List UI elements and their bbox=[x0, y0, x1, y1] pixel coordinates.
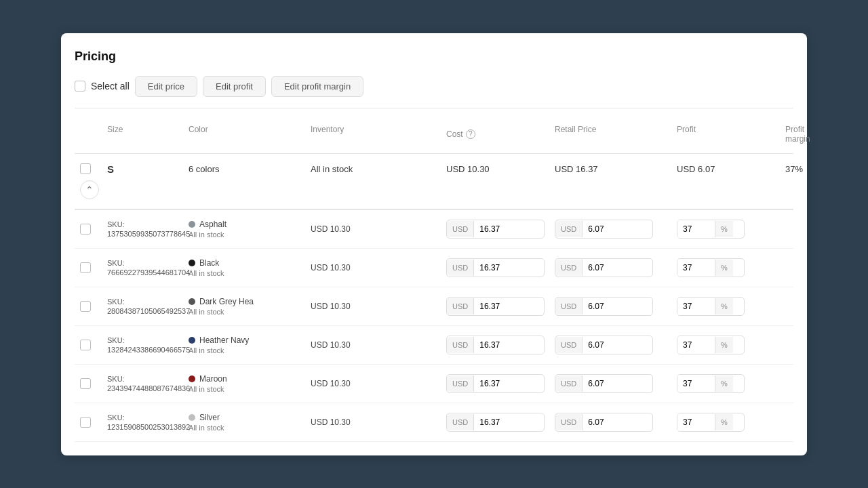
retail-price-input[interactable] bbox=[474, 413, 521, 431]
row-profit-cell: USD bbox=[549, 410, 671, 434]
row-checkbox-cell bbox=[75, 414, 102, 430]
row-margin-cell: % bbox=[671, 256, 780, 280]
summary-inventory: All in stock bbox=[305, 161, 441, 177]
toolbar: Select all Edit price Edit profit Edit p… bbox=[75, 76, 793, 108]
color-dot-icon bbox=[189, 298, 195, 305]
color-dot-icon bbox=[189, 414, 195, 421]
margin-input[interactable] bbox=[677, 259, 715, 277]
margin-group: % bbox=[677, 413, 745, 432]
summary-retail-price: USD 16.37 bbox=[549, 161, 671, 177]
percent-symbol: % bbox=[715, 414, 733, 430]
edit-price-button[interactable]: Edit price bbox=[135, 76, 197, 97]
select-all-checkbox[interactable] bbox=[75, 81, 85, 92]
percent-symbol: % bbox=[715, 337, 733, 353]
summary-checkbox-cell bbox=[75, 161, 102, 177]
row-profit-cell: USD bbox=[549, 294, 671, 319]
row-checkbox[interactable] bbox=[80, 301, 91, 312]
profit-group: USD bbox=[555, 297, 653, 316]
row-color: Heather Navy All in stock bbox=[183, 333, 305, 357]
summary-colors: 6 colors bbox=[183, 161, 305, 177]
retail-price-group: USD bbox=[446, 297, 545, 316]
col-profit-header: Profit bbox=[671, 122, 780, 146]
percent-symbol: % bbox=[715, 375, 733, 392]
profit-group: USD bbox=[555, 258, 653, 277]
summary-row: S 6 colors All in stock USD 10.30 USD 16… bbox=[75, 154, 793, 210]
row-margin-cell: % bbox=[671, 217, 780, 241]
row-actions bbox=[780, 226, 807, 232]
row-color: Black All in stock bbox=[183, 256, 305, 280]
row-margin-cell: % bbox=[671, 410, 780, 434]
row-sku: SKU: 13284243386690466575 bbox=[102, 333, 183, 357]
table-row: SKU: 28084387105065492537 Dark Grey Hea … bbox=[75, 287, 793, 326]
margin-input[interactable] bbox=[677, 336, 715, 354]
row-cost: USD 10.30 bbox=[305, 299, 441, 314]
table-header: Size Color Inventory Cost ? Retail Price… bbox=[75, 122, 793, 154]
table-row: SKU: 76669227939544681704 Black All in s… bbox=[75, 249, 793, 287]
retail-price-input[interactable] bbox=[474, 375, 521, 392]
summary-checkbox[interactable] bbox=[80, 163, 91, 174]
retail-price-input[interactable] bbox=[474, 336, 521, 354]
margin-input[interactable] bbox=[677, 220, 715, 238]
row-inventory: All in stock bbox=[189, 385, 300, 393]
row-checkbox-cell bbox=[75, 260, 102, 276]
color-name: Black bbox=[199, 258, 219, 268]
retail-price-input[interactable] bbox=[474, 298, 521, 315]
retail-currency: USD bbox=[447, 337, 474, 353]
margin-group: % bbox=[677, 374, 745, 393]
retail-price-input[interactable] bbox=[474, 220, 521, 238]
row-checkbox-cell bbox=[75, 337, 102, 353]
margin-input[interactable] bbox=[677, 413, 715, 431]
summary-size: S bbox=[102, 161, 183, 178]
row-checkbox[interactable] bbox=[80, 224, 91, 235]
retail-currency: USD bbox=[447, 298, 474, 314]
row-color: Maroon All in stock bbox=[183, 371, 305, 396]
retail-price-group: USD bbox=[446, 336, 545, 354]
profit-input[interactable] bbox=[583, 375, 630, 392]
collapse-button[interactable]: ⌃ bbox=[80, 180, 99, 199]
row-retail-price-cell: USD bbox=[441, 410, 549, 434]
row-margin-cell: % bbox=[671, 371, 780, 396]
row-checkbox[interactable] bbox=[80, 378, 91, 389]
row-inventory: All in stock bbox=[189, 346, 300, 354]
margin-group: % bbox=[677, 258, 745, 277]
col-checkbox-header bbox=[75, 122, 102, 146]
profit-input[interactable] bbox=[583, 413, 630, 431]
row-checkbox[interactable] bbox=[80, 417, 91, 428]
panel-title: Pricing bbox=[75, 49, 793, 64]
row-inventory: All in stock bbox=[189, 308, 300, 316]
retail-price-input[interactable] bbox=[474, 259, 521, 277]
profit-input[interactable] bbox=[583, 220, 630, 238]
row-checkbox[interactable] bbox=[80, 262, 91, 273]
edit-profit-margin-button[interactable]: Edit profit margin bbox=[271, 76, 363, 97]
color-name: Maroon bbox=[199, 374, 227, 384]
row-profit-cell: USD bbox=[549, 371, 671, 396]
retail-currency: USD bbox=[447, 375, 474, 392]
row-actions bbox=[780, 342, 807, 348]
edit-profit-button[interactable]: Edit profit bbox=[203, 76, 266, 97]
summary-profit: USD 6.07 bbox=[671, 161, 780, 177]
profit-group: USD bbox=[555, 374, 653, 393]
profit-input[interactable] bbox=[583, 259, 630, 277]
row-retail-price-cell: USD bbox=[441, 333, 549, 357]
profit-group: USD bbox=[555, 336, 653, 354]
profit-input[interactable] bbox=[583, 298, 630, 315]
margin-group: % bbox=[677, 220, 745, 239]
row-checkbox[interactable] bbox=[80, 340, 91, 350]
margin-input[interactable] bbox=[677, 375, 715, 392]
percent-symbol: % bbox=[715, 260, 733, 276]
row-color: Asphalt All in stock bbox=[183, 217, 305, 241]
color-dot-icon bbox=[189, 221, 195, 228]
margin-input[interactable] bbox=[677, 298, 715, 315]
row-cost: USD 10.30 bbox=[305, 260, 441, 275]
color-dot-icon bbox=[189, 260, 195, 266]
profit-currency: USD bbox=[555, 260, 583, 276]
row-margin-cell: % bbox=[671, 294, 780, 319]
select-all-label[interactable]: Select all bbox=[91, 81, 130, 92]
summary-profit-margin: 37% bbox=[780, 161, 807, 177]
profit-currency: USD bbox=[555, 221, 583, 237]
row-profit-cell: USD bbox=[549, 333, 671, 357]
data-rows-container: SKU: 13753059935073778645 Asphalt All in… bbox=[75, 210, 793, 442]
cost-help-icon[interactable]: ? bbox=[466, 129, 475, 139]
row-sku: SKU: 23439474488087674836 bbox=[102, 371, 183, 396]
profit-input[interactable] bbox=[583, 336, 630, 354]
